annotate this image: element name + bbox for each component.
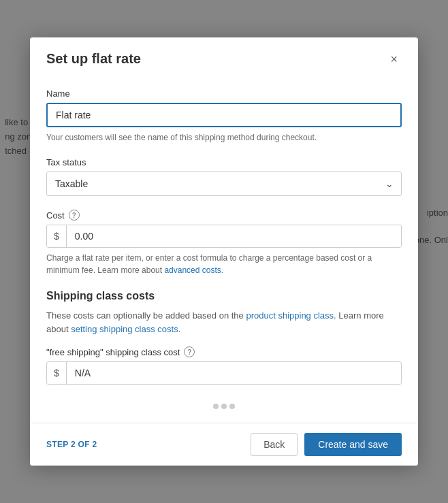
free-shipping-input-wrapper: $ (46, 361, 402, 385)
name-hint: Your customers will see the name of this… (46, 131, 402, 144)
scroll-dot-2 (221, 404, 227, 409)
cost-group: Cost ? $ Charge a flat rate per item, or… (46, 210, 402, 276)
free-shipping-help-icon[interactable]: ? (184, 346, 195, 357)
back-button[interactable]: Back (251, 433, 298, 456)
cost-input[interactable] (67, 225, 401, 247)
shipping-class-desc-plain: These costs can optionally be added base… (46, 310, 246, 321)
cost-hint-end: . (221, 265, 223, 275)
free-shipping-prefix: $ (47, 362, 67, 384)
scroll-dot-3 (229, 404, 235, 409)
tax-status-group: Tax status Taxable None ⌄ (46, 157, 402, 196)
cost-help-icon[interactable]: ? (69, 210, 80, 221)
shipping-class-section: Shipping class costs These costs can opt… (46, 290, 402, 385)
tax-status-select-wrapper: Taxable None ⌄ (46, 172, 402, 196)
name-label: Name (46, 88, 402, 99)
shipping-class-desc-end: . (178, 324, 181, 334)
shipping-class-title: Shipping class costs (46, 290, 402, 302)
scroll-indicator (46, 398, 402, 412)
create-and-save-button[interactable]: Create and save (304, 433, 402, 456)
name-group: Name Your customers will see the name of… (46, 88, 402, 144)
free-shipping-input[interactable] (67, 362, 401, 384)
cost-input-wrapper: $ (46, 225, 402, 248)
name-input[interactable] (46, 103, 402, 127)
modal-body: Name Your customers will see the name of… (30, 78, 418, 423)
modal-title: Set up flat rate (46, 51, 141, 67)
scroll-dot-1 (213, 404, 219, 409)
free-shipping-label: "free shipping" shipping class cost (46, 347, 180, 357)
cost-prefix: $ (47, 225, 67, 247)
tax-status-label: Tax status (46, 157, 402, 167)
product-shipping-class-link[interactable]: product shipping class (246, 310, 334, 321)
cost-label-row: Cost ? (46, 210, 402, 221)
setting-shipping-class-costs-link[interactable]: setting shipping class costs (71, 324, 178, 334)
shipping-class-description: These costs can optionally be added base… (46, 309, 402, 336)
modal-dialog: Set up flat rate × Name Your customers w… (30, 37, 418, 466)
modal-footer: STEP 2 OF 2 Back Create and save (30, 423, 418, 466)
free-shipping-label-row: "free shipping" shipping class cost ? (46, 346, 402, 357)
free-shipping-group: "free shipping" shipping class cost ? $ (46, 346, 402, 385)
step-label: STEP 2 OF 2 (46, 440, 97, 449)
modal-header: Set up flat rate × (30, 37, 418, 78)
cost-label: Cost (46, 210, 65, 221)
advanced-costs-link[interactable]: advanced costs (164, 265, 221, 275)
cost-hint: Charge a flat rate per item, or enter a … (46, 252, 402, 276)
footer-actions: Back Create and save (251, 433, 402, 456)
tax-status-select[interactable]: Taxable None (46, 172, 402, 196)
close-button[interactable]: × (386, 52, 402, 67)
